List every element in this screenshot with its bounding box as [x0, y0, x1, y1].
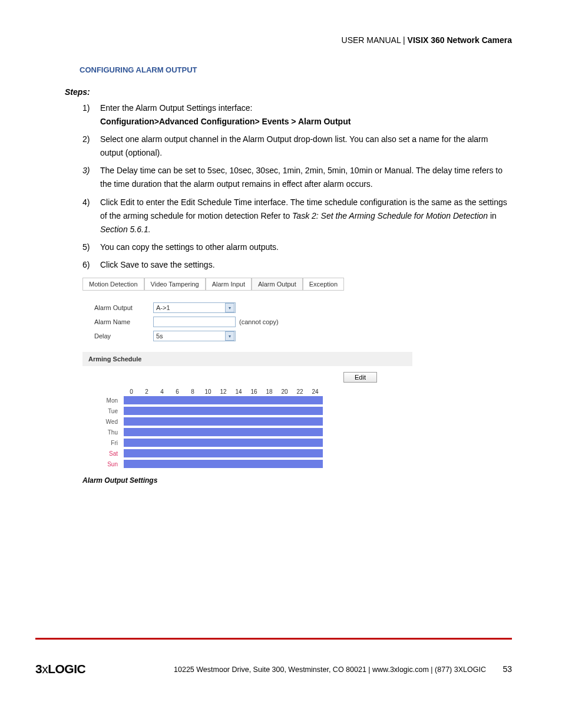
- step-1: 1) Enter the Alarm Output Settings inter…: [82, 101, 512, 129]
- schedule-grid: 024681012141618202224 MonTueWedThuFriSat…: [94, 388, 412, 468]
- page-header: USER MANUAL | VISIX 360 Network Camera: [50, 35, 512, 45]
- schedule-bar[interactable]: [124, 428, 323, 436]
- tab-exception[interactable]: Exception: [303, 278, 344, 291]
- cannot-copy-note: (cannot copy): [239, 318, 279, 325]
- schedule-bar[interactable]: [124, 417, 323, 426]
- figure-tabs: Motion Detection Video Tampering Alarm I…: [82, 278, 412, 291]
- schedule-bar[interactable]: [124, 439, 323, 447]
- schedule-row: Mon: [94, 396, 412, 404]
- step-4: 4) Click Edit to enter the Edit Schedule…: [82, 196, 512, 236]
- alarm-output-select[interactable]: A->1 ▾: [153, 302, 236, 313]
- tab-motion-detection[interactable]: Motion Detection: [82, 278, 144, 291]
- chevron-down-icon: ▾: [225, 331, 234, 341]
- delay-select[interactable]: 5s ▾: [153, 331, 236, 341]
- figure-caption: Alarm Output Settings: [82, 476, 412, 485]
- schedule-row: Wed: [94, 417, 412, 426]
- footer-rule: [35, 638, 512, 640]
- schedule-row: Fri: [94, 439, 412, 447]
- schedule-row: Sun: [94, 460, 412, 468]
- alarm-name-input[interactable]: [153, 317, 236, 327]
- tab-alarm-output[interactable]: Alarm Output: [252, 278, 303, 291]
- schedule-bar[interactable]: [124, 460, 323, 468]
- delay-label: Delay: [94, 332, 153, 340]
- footer-address: 10225 Westmoor Drive, Suite 300, Westmin…: [97, 664, 512, 674]
- schedule-row: Sat: [94, 449, 412, 457]
- schedule-bar[interactable]: [124, 396, 323, 404]
- steps-label: Steps:: [65, 87, 512, 97]
- step-2: 2) Select one alarm output channel in th…: [82, 133, 512, 160]
- steps-list: 1) Enter the Alarm Output Settings inter…: [82, 101, 512, 272]
- schedule-row: Tue: [94, 407, 412, 415]
- tab-video-tampering[interactable]: Video Tampering: [144, 278, 206, 291]
- section-title: CONFIGURING ALARM OUTPUT: [80, 65, 512, 74]
- logo: 3xLOGIC: [35, 662, 85, 676]
- tab-alarm-input[interactable]: Alarm Input: [206, 278, 252, 291]
- edit-button[interactable]: Edit: [343, 372, 377, 383]
- step-6: 6) Click Save to save the settings.: [82, 258, 512, 272]
- alarm-output-label: Alarm Output: [94, 304, 153, 311]
- step-3: 3) The Delay time can be set to 5sec, 10…: [82, 164, 512, 191]
- figure-alarm-output: Motion Detection Video Tampering Alarm I…: [82, 278, 412, 468]
- schedule-bar[interactable]: [124, 449, 323, 457]
- arming-schedule-header: Arming Schedule: [82, 352, 412, 366]
- page-footer: 3xLOGIC 10225 Westmoor Drive, Suite 300,…: [35, 638, 512, 676]
- schedule-bar[interactable]: [124, 407, 323, 415]
- alarm-name-label: Alarm Name: [94, 318, 153, 325]
- schedule-row: Thu: [94, 428, 412, 436]
- step-5: 5) You can copy the settings to other al…: [82, 241, 512, 254]
- chevron-down-icon: ▾: [225, 303, 234, 312]
